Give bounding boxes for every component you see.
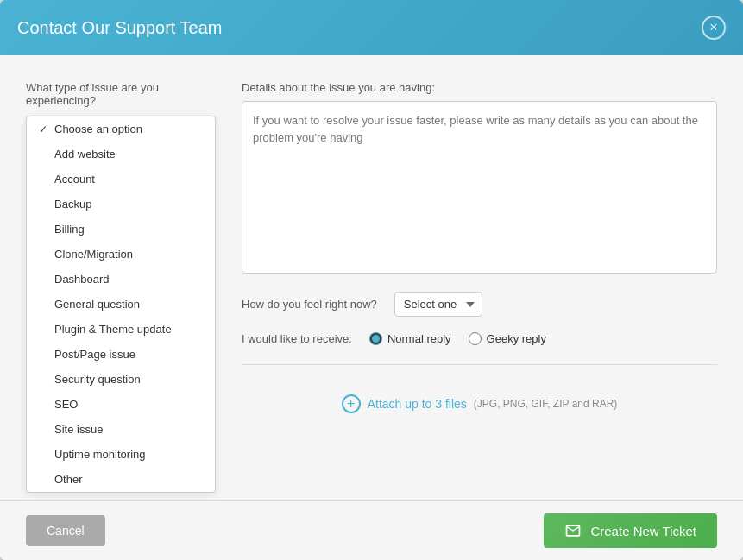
reply-geeky-option[interactable]: Geeky reply (469, 332, 546, 345)
attach-section[interactable]: + Attach up to 3 files (JPG, PNG, GIF, Z… (242, 384, 717, 424)
dropdown-item[interactable]: Backup (27, 192, 215, 217)
modal-title: Contact Our Support Team (17, 18, 223, 38)
divider (242, 364, 717, 365)
dropdown-item[interactable]: General question (27, 292, 215, 317)
dropdown-item-label: Plugin & Theme update (54, 323, 172, 336)
close-button[interactable]: × (702, 16, 726, 40)
support-modal: Contact Our Support Team × What type of … (0, 0, 743, 560)
reply-normal-option[interactable]: Normal reply (369, 332, 451, 345)
dropdown-item[interactable]: SEO (27, 392, 215, 417)
dropdown-item[interactable]: ✓Choose an option (27, 116, 215, 142)
dropdown-item-label: Dashboard (54, 273, 110, 286)
reply-geeky-label: Geeky reply (487, 332, 546, 345)
dropdown-item-label: General question (54, 298, 140, 311)
dropdown-item-label: Post/Page issue (54, 348, 135, 361)
dropdown-item[interactable]: Clone/Migration (27, 242, 215, 267)
issue-type-label: What type of issue are you experiencing? (26, 81, 216, 107)
reply-normal-radio[interactable] (369, 332, 382, 345)
reply-geeky-radio[interactable] (469, 332, 482, 345)
details-section: Details about the issue you are having: (242, 81, 717, 276)
attach-icon: + (342, 394, 361, 413)
reply-label: I would like to receive: (242, 332, 352, 345)
issue-type-dropdown: ✓Choose an optionAdd websiteAccountBacku… (26, 116, 216, 493)
dropdown-item[interactable]: Other (27, 467, 215, 492)
reply-normal-label: Normal reply (387, 332, 451, 345)
attach-text: Attach up to 3 files (368, 397, 467, 411)
dropdown-item[interactable]: Uptime monitoring (27, 442, 215, 467)
details-label: Details about the issue you are having: (242, 81, 717, 94)
create-ticket-label: Create New Ticket (590, 524, 696, 538)
dropdown-item[interactable]: Site issue (27, 417, 215, 442)
dropdown-item[interactable]: Post/Page issue (27, 342, 215, 367)
attach-hint: (JPG, PNG, GIF, ZIP and RAR) (474, 398, 617, 410)
dropdown-item-label: Billing (54, 223, 85, 236)
modal-body: What type of issue are you experiencing?… (0, 55, 743, 500)
dropdown-item-label: Security question (54, 373, 141, 386)
dropdown-item-label: Account (54, 173, 95, 186)
dropdown-item-label: Choose an option (54, 123, 142, 135)
dropdown-item-label: Clone/Migration (54, 248, 133, 261)
left-panel: What type of issue are you experiencing?… (26, 81, 216, 500)
dropdown-item-label: Uptime monitoring (54, 448, 146, 461)
feel-section: How do you feel right now? Select oneHap… (242, 292, 717, 317)
modal-header: Contact Our Support Team × (0, 0, 743, 55)
create-ticket-button[interactable]: Create New Ticket (544, 513, 717, 548)
feel-label: How do you feel right now? (242, 298, 377, 311)
dropdown-item-label: Other (54, 473, 83, 486)
feel-select[interactable]: Select oneHappyNeutralFrustratedAngry (394, 292, 482, 317)
dropdown-item-label: Backup (54, 198, 91, 211)
details-textarea[interactable] (242, 101, 717, 274)
dropdown-item-label: SEO (54, 398, 78, 411)
ticket-svg (564, 522, 582, 539)
dropdown-item-label: Site issue (54, 423, 103, 436)
dropdown-item[interactable]: Account (27, 167, 215, 192)
ticket-icon (564, 522, 582, 539)
modal-footer: Cancel Create New Ticket (0, 500, 743, 560)
reply-section: I would like to receive: Normal reply Ge… (242, 332, 717, 345)
check-icon: ✓ (39, 123, 51, 135)
dropdown-item[interactable]: Dashboard (27, 267, 215, 292)
dropdown-item[interactable]: Plugin & Theme update (27, 317, 215, 342)
dropdown-item[interactable]: Security question (27, 367, 215, 392)
right-panel: Details about the issue you are having: … (242, 81, 717, 500)
cancel-button[interactable]: Cancel (26, 515, 105, 546)
dropdown-item[interactable]: Billing (27, 217, 215, 242)
dropdown-item[interactable]: Add website (27, 142, 215, 167)
reply-radio-group: Normal reply Geeky reply (369, 332, 546, 345)
dropdown-item-label: Add website (54, 148, 116, 160)
